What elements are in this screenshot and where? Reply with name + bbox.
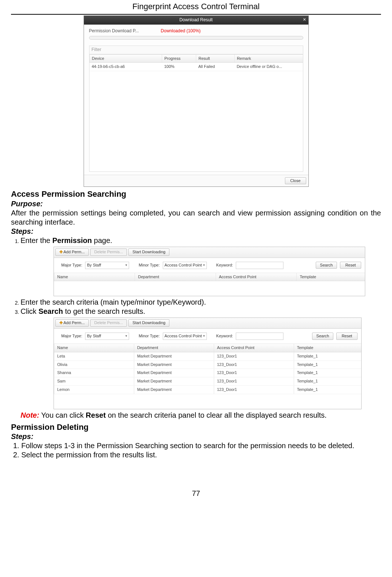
cell-tpl: Template_1 xyxy=(294,369,361,377)
reset-button[interactable]: Reset xyxy=(336,333,358,340)
cell-name: Shanna xyxy=(54,369,134,377)
close-icon[interactable]: × xyxy=(303,17,306,22)
cell-acp: 123_Door1 xyxy=(214,352,294,360)
step-3-text-b: Search xyxy=(39,307,63,315)
search-button[interactable]: Search xyxy=(312,333,333,340)
minor-type-select[interactable]: Access Control Point▾ xyxy=(163,333,207,340)
cell-acp: 123_Door1 xyxy=(214,377,294,385)
close-button[interactable]: Close xyxy=(285,177,306,185)
cell-dept: Market Department xyxy=(134,386,214,394)
purpose-text: After the permission settings being comp… xyxy=(11,208,381,227)
minor-type-select[interactable]: Access Control Point▾ xyxy=(163,262,207,269)
cell-acp: 123_Door1 xyxy=(214,369,294,377)
table-row[interactable]: LemonMarket Department123_Door1Template_… xyxy=(54,386,361,394)
minor-type-label: Minor Type: xyxy=(139,334,160,339)
perm-download-label: Permission Download P... xyxy=(89,28,139,34)
col-tpl: Template xyxy=(296,273,365,281)
cell-tpl: Template_1 xyxy=(294,386,361,394)
step-1-text-b: Permission xyxy=(52,236,92,244)
col-result: Result xyxy=(196,55,235,63)
plus-icon: ✚ xyxy=(59,320,63,325)
step-2: Enter the search criteria (main type/min… xyxy=(21,298,381,307)
col-name: Name xyxy=(54,273,135,281)
step-1-text-c: page. xyxy=(92,236,113,244)
add-permission-button[interactable]: ✚Add Perm... xyxy=(55,248,89,256)
col-acp: Access Control Point xyxy=(216,273,296,281)
start-downloading-button[interactable]: Start Downloading xyxy=(128,319,169,327)
cell-acp: 123_Door1 xyxy=(214,361,294,369)
chevron-down-icon: ▾ xyxy=(125,334,127,338)
chevron-down-icon: ▾ xyxy=(203,263,205,267)
note-text-a: You can click xyxy=(39,411,86,419)
step-1-text-a: Enter the xyxy=(21,236,52,244)
table-row[interactable]: 44-19-b6-c5-cb-a6 100% All Failed Device… xyxy=(89,63,303,71)
cell-result: All Failed xyxy=(196,63,235,71)
major-type-label: Major Type: xyxy=(61,334,82,339)
table-row[interactable]: LetaMarket Department123_Door1Template_1 xyxy=(54,352,361,361)
heading-access-permission-searching: Access Permission Searching xyxy=(11,189,381,199)
major-type-label: Major Type: xyxy=(61,263,82,268)
keyword-label: Keyword: xyxy=(216,334,233,339)
cell-progress: 100% xyxy=(162,63,196,71)
minor-type-label: Minor Type: xyxy=(139,263,160,268)
col-name: Name xyxy=(54,344,134,352)
chevron-down-icon: ▾ xyxy=(125,263,127,267)
plus-icon: ✚ xyxy=(59,250,63,254)
col-remark: Remark xyxy=(234,55,303,63)
cell-tpl: Template_1 xyxy=(294,377,361,385)
major-type-select[interactable]: By Staff▾ xyxy=(85,262,129,269)
step-3-text-a: Click xyxy=(21,307,39,315)
col-device: Device xyxy=(89,55,162,63)
steps-label: Steps: xyxy=(11,227,381,236)
download-result-dialog: Download Result × Permission Download P.… xyxy=(84,15,309,187)
cell-name: Leta xyxy=(54,352,134,360)
col-progress: Progress xyxy=(162,55,196,63)
delete-step-2: Select the permission from the results l… xyxy=(21,450,381,460)
permission-panel-empty: ✚Add Perm... Delete Permis... Start Down… xyxy=(54,247,365,297)
cell-remark: Device offline or DAG o... xyxy=(234,63,303,71)
note-label: Note: xyxy=(21,411,39,419)
table-row[interactable]: SamMarket Department123_Door1Template_1 xyxy=(54,377,361,386)
step-1: Enter the Permission page. ✚Add Perm... … xyxy=(21,236,381,297)
cell-dept: Market Department xyxy=(134,352,214,360)
col-tpl: Template xyxy=(294,344,361,352)
step-3: Click Search to get the search results. … xyxy=(21,307,381,420)
add-permission-button[interactable]: ✚Add Perm... xyxy=(55,319,89,327)
result-table: Device Progress Result Remark 44-19-b6-c… xyxy=(89,55,303,72)
cell-tpl: Template_1 xyxy=(294,352,361,360)
steps-label-2: Steps: xyxy=(11,432,381,441)
table-row[interactable]: ShannaMarket Department123_Door1Template… xyxy=(54,369,361,377)
dialog-title: Download Result xyxy=(179,17,213,23)
purpose-label: Purpose: xyxy=(11,199,381,208)
cell-tpl: Template_1 xyxy=(294,361,361,369)
cell-name: Olivia xyxy=(54,361,134,369)
cell-dept: Market Department xyxy=(134,377,214,385)
reset-button[interactable]: Reset xyxy=(340,262,361,269)
delete-permission-button[interactable]: Delete Permis... xyxy=(90,248,127,256)
download-status: Downloaded (100%) xyxy=(161,28,201,34)
dialog-titlebar: Download Result × xyxy=(84,16,308,25)
note-text-b: Reset xyxy=(86,411,106,419)
cell-name: Lemon xyxy=(54,386,134,394)
cell-dept: Market Department xyxy=(134,361,214,369)
cell-dept: Market Department xyxy=(134,369,214,377)
permission-panel-results: ✚Add Perm... Delete Permis... Start Down… xyxy=(54,317,362,409)
keyword-input[interactable] xyxy=(236,262,283,269)
major-type-select[interactable]: By Staff▾ xyxy=(85,333,129,340)
progress-bar xyxy=(89,36,303,40)
filter-input[interactable]: Filter xyxy=(89,46,303,54)
keyword-input[interactable] xyxy=(236,333,283,340)
cell-acp: 123_Door1 xyxy=(214,386,294,394)
col-dept: Department xyxy=(135,273,215,281)
search-button[interactable]: Search xyxy=(316,262,337,269)
table-row[interactable]: OliviaMarket Department123_Door1Template… xyxy=(54,361,361,369)
note-text-c: on the search criteria panel to clear al… xyxy=(106,411,327,419)
cell-name: Sam xyxy=(54,377,134,385)
page-title: Fingerprint Access Control Terminal xyxy=(11,0,381,15)
step-3-text-c: to get the search results. xyxy=(63,307,146,315)
col-dept: Department xyxy=(134,344,214,352)
heading-permission-deleting: Permission Deleting xyxy=(11,422,381,432)
start-downloading-button[interactable]: Start Downloading xyxy=(128,248,169,256)
chevron-down-icon: ▾ xyxy=(203,334,205,338)
delete-permission-button[interactable]: Delete Permis... xyxy=(90,319,127,327)
